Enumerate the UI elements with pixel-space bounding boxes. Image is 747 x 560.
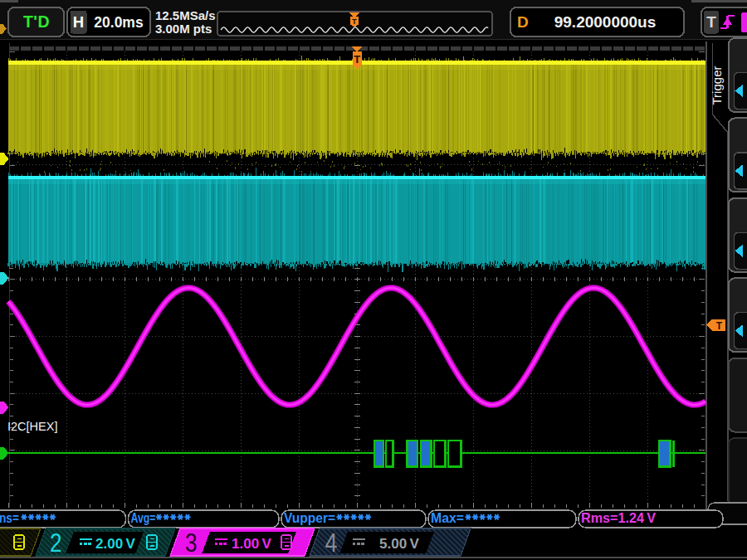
- svg-text:T: T: [352, 17, 357, 26]
- svg-text:ns=: ns=: [0, 510, 19, 525]
- svg-text:2.00 V: 2.00 V: [95, 536, 136, 552]
- svg-text:12.5MSa/s: 12.5MSa/s: [155, 8, 216, 22]
- svg-text:20.0ms: 20.0ms: [94, 14, 144, 31]
- svg-text:H: H: [73, 13, 84, 31]
- svg-text:3.00M pts: 3.00M pts: [155, 22, 212, 36]
- svg-text:Vupper=: Vupper=: [284, 510, 335, 525]
- svg-text:T: T: [354, 53, 360, 66]
- svg-text:3: 3: [185, 528, 198, 558]
- svg-text:5.00 V: 5.00 V: [379, 536, 420, 552]
- svg-text:1.00 V: 1.00 V: [232, 536, 272, 552]
- svg-text:D: D: [517, 13, 529, 31]
- svg-text:Avg=: Avg=: [131, 510, 156, 525]
- svg-text:T'D: T'D: [23, 12, 50, 31]
- svg-text:99.2000000us: 99.2000000us: [554, 13, 657, 31]
- svg-text:2: 2: [50, 528, 62, 558]
- svg-text:4: 4: [325, 528, 338, 558]
- svg-text:I2C[HEX]: I2C[HEX]: [7, 420, 57, 433]
- svg-text:Trigger: Trigger: [710, 66, 724, 105]
- svg-text:T: T: [706, 13, 716, 31]
- svg-text:T: T: [716, 320, 723, 332]
- svg-text:Max=: Max=: [431, 510, 464, 525]
- svg-text:Rms=1.24 V: Rms=1.24 V: [581, 510, 656, 525]
